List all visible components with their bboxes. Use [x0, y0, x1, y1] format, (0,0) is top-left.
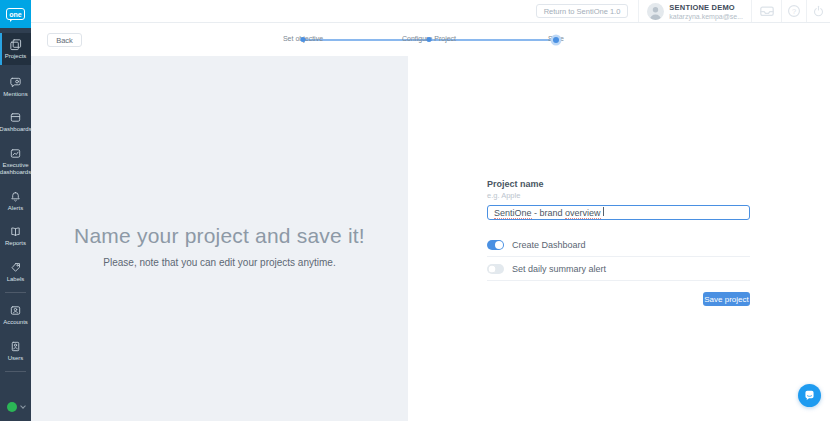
users-icon [9, 340, 22, 353]
sidebar-item-alerts[interactable]: Alerts [0, 188, 31, 215]
sidebar-divider [5, 292, 26, 293]
sidebar: one Projects Mentions Dashboards Executi… [0, 0, 31, 421]
sidebar-item-label: Labels [7, 276, 25, 284]
sidebar-item-executive-dashboards[interactable]: Executive dashboards [0, 145, 31, 179]
step-save[interactable]: Save [556, 27, 572, 45]
page-title: Name your project and save it! [74, 224, 365, 248]
back-button[interactable]: Back [47, 33, 82, 47]
sentione-logo[interactable]: one [0, 0, 31, 28]
sidebar-item-label: Reports [5, 240, 26, 248]
projects-icon [9, 38, 22, 51]
chat-widget-button[interactable] [798, 384, 821, 407]
online-status-dot [7, 402, 17, 412]
executive-dashboards-icon [9, 147, 22, 160]
project-name-label: Project name [487, 179, 750, 189]
sidebar-item-label: Mentions [3, 91, 27, 99]
sidebar-item-label: Projects [5, 53, 27, 61]
svg-text:?: ? [792, 7, 796, 16]
sidebar-divider [5, 371, 26, 372]
save-project-form: Project name e.g. Apple SentiOne - brand… [487, 179, 750, 306]
inbox-icon [759, 3, 775, 19]
sidebar-item-mentions[interactable]: Mentions [0, 74, 31, 101]
logout-button[interactable] [807, 0, 830, 23]
step-configure-project[interactable]: Configure Project [429, 27, 483, 45]
sidebar-item-label: Accounts [3, 319, 28, 327]
create-dashboard-label: Create Dashboard [512, 240, 586, 250]
step-set-objective[interactable]: Set objective [303, 27, 343, 45]
reports-icon [9, 225, 22, 238]
help-button[interactable]: ? [782, 0, 806, 23]
step-dot [301, 37, 306, 42]
save-project-button[interactable]: Save project [703, 292, 750, 306]
daily-summary-alert-row: Set daily summary alert [487, 263, 750, 275]
step-dot [553, 37, 559, 43]
create-dashboard-toggle[interactable] [487, 240, 504, 250]
return-to-sentione-button[interactable]: Return to SentiOne 1.0 [536, 4, 629, 18]
user-email: katarzyna.kempa@se... [669, 13, 743, 20]
sidebar-item-label: Dashboards [0, 126, 32, 134]
chat-bubble-icon [803, 389, 816, 402]
logo-text: one [6, 8, 25, 20]
sidebar-item-users[interactable]: Users [0, 338, 31, 365]
form-actions: Save project [487, 292, 750, 306]
input-word-misspelled: overview [565, 208, 601, 219]
sidebar-item-label: Executive dashboards [0, 162, 31, 177]
wizard-stepper: Set objective Configure Project Save [290, 27, 560, 45]
power-icon [812, 5, 825, 18]
info-panel: Name your project and save it! Please, n… [31, 56, 408, 421]
accounts-icon [9, 304, 22, 317]
daily-summary-alert-toggle[interactable] [487, 264, 504, 274]
sidebar-item-label: Alerts [8, 205, 23, 213]
sidebar-item-labels[interactable]: Labels [0, 259, 31, 286]
toggle-knob [495, 241, 503, 249]
chevron-down-icon [20, 403, 26, 409]
form-divider [487, 256, 750, 257]
user-info: SENTIONE DEMO katarzyna.kempa@se... [669, 3, 743, 20]
sidebar-item-accounts[interactable]: Accounts [0, 302, 31, 329]
dashboards-icon [9, 111, 22, 124]
input-text: - brand [532, 208, 566, 218]
sidebar-item-reports[interactable]: Reports [0, 223, 31, 250]
alerts-icon [9, 190, 22, 203]
sidebar-item-dashboards[interactable]: Dashboards [0, 109, 31, 136]
daily-summary-alert-label: Set daily summary alert [512, 264, 606, 274]
text-caret [603, 207, 604, 216]
labels-icon [9, 261, 22, 274]
input-word-misspelled: SentiOne [494, 208, 532, 219]
sidebar-item-label: Users [8, 355, 24, 363]
project-name-input[interactable]: SentiOne - brand overview [487, 205, 750, 220]
topbar: Return to SentiOne 1.0 SENTIONE DEMO kat… [31, 0, 830, 23]
help-icon: ? [787, 4, 801, 18]
user-menu[interactable]: SENTIONE DEMO katarzyna.kempa@se... [639, 0, 751, 23]
user-name: SENTIONE DEMO [669, 3, 743, 12]
create-dashboard-row: Create Dashboard [487, 239, 750, 251]
toggle-knob [488, 265, 496, 273]
sidebar-item-projects[interactable]: Projects [0, 33, 31, 65]
mentions-icon [9, 76, 22, 89]
notifications-button[interactable] [752, 0, 781, 23]
step-dot [427, 37, 432, 42]
project-name-hint: e.g. Apple [487, 191, 750, 200]
page-subtitle: Please, note that you can edit your proj… [103, 257, 335, 268]
form-panel: Project name e.g. Apple SentiOne - brand… [408, 56, 830, 421]
online-status-control[interactable] [7, 402, 25, 412]
avatar [647, 3, 664, 20]
form-divider [487, 280, 750, 281]
